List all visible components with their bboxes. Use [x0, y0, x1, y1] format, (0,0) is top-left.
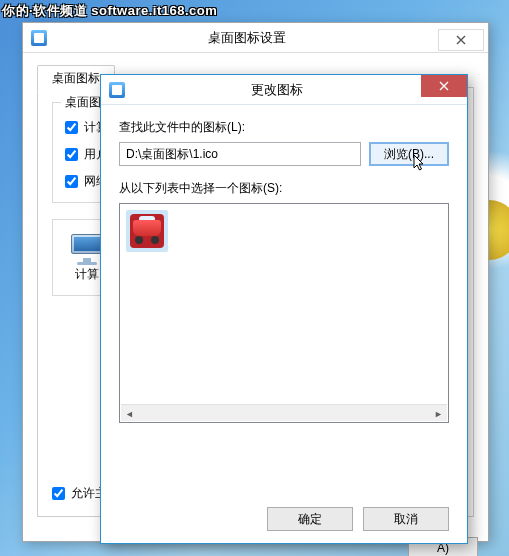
checkbox-network-input[interactable]: [65, 175, 78, 188]
checkbox-userfiles-input[interactable]: [65, 148, 78, 161]
close-icon: [439, 81, 449, 91]
scroll-right-icon[interactable]: ►: [430, 405, 447, 422]
select-label: 从以下列表中选择一个图标(S):: [119, 180, 449, 197]
parent-close-button[interactable]: [438, 29, 484, 51]
icon-path-input[interactable]: [119, 142, 361, 166]
change-icon-dialog: 更改图标 查找此文件中的图标(L): 浏览(B)... 从以下列表中选择一个图标…: [100, 74, 468, 544]
cancel-button[interactable]: 取消: [363, 507, 449, 531]
parent-title: 桌面图标设置: [55, 29, 438, 47]
search-label: 查找此文件中的图标(L):: [119, 119, 449, 136]
browse-button-label: 浏览(B)...: [384, 146, 434, 163]
checkbox-allow-themes[interactable]: 允许主: [52, 485, 107, 502]
checkbox-computer-input[interactable]: [65, 121, 78, 134]
child-title-icon: [109, 82, 125, 98]
icon-list[interactable]: ◄ ►: [119, 203, 449, 423]
browse-button[interactable]: 浏览(B)...: [369, 142, 449, 166]
checkbox-allow-themes-input[interactable]: [52, 487, 65, 500]
child-title: 更改图标: [133, 81, 421, 99]
scroll-left-icon[interactable]: ◄: [121, 405, 138, 422]
icon-caption: 计算: [75, 266, 99, 283]
watermark-text: 你的·软件频道 software.it168.com: [2, 2, 217, 20]
close-icon: [456, 35, 466, 45]
list-item[interactable]: [126, 210, 168, 252]
ok-button[interactable]: 确定: [267, 507, 353, 531]
fieldset-legend: 桌面图: [61, 94, 105, 111]
child-titlebar[interactable]: 更改图标: [101, 75, 467, 105]
parent-titlebar[interactable]: 桌面图标设置: [23, 23, 488, 53]
child-close-button[interactable]: [421, 75, 467, 97]
car-icon: [130, 214, 164, 248]
horizontal-scrollbar[interactable]: ◄ ►: [121, 404, 447, 421]
title-icon: [31, 30, 47, 46]
